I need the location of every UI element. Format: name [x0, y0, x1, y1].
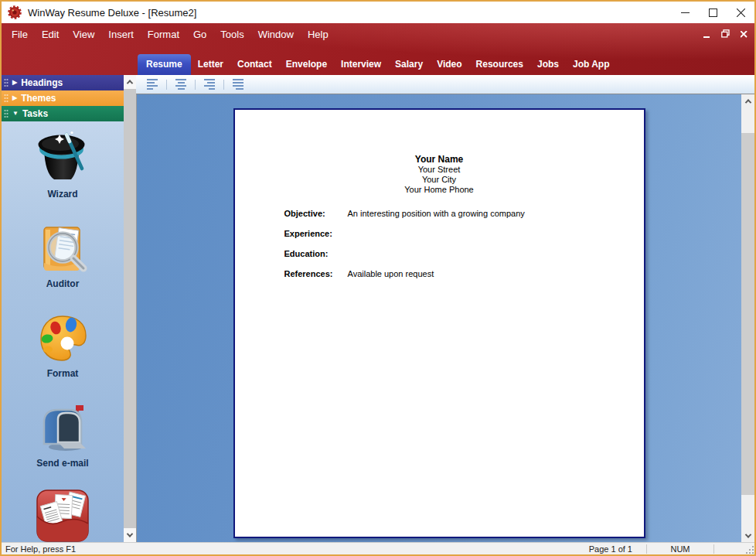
chevron-up-icon	[744, 99, 751, 105]
sidebar: ▶ Headings ▶ Themes ▼ Tasks	[2, 75, 124, 542]
resume-row-objective: Objective: An interesting position with …	[284, 209, 644, 219]
row-label: Experience:	[284, 229, 348, 239]
tasks-panel: Wizard Auditor	[2, 121, 124, 542]
doc-name-line: Your Name	[235, 155, 644, 165]
close-button[interactable]	[727, 2, 754, 23]
resume-row-experience: Experience:	[284, 229, 644, 239]
scrollbar-thumb[interactable]	[741, 133, 754, 495]
address-block: Your Name Your Street Your City Your Hom…	[235, 110, 644, 195]
menu-help[interactable]: Help	[301, 25, 335, 44]
app-window: WinWay Resume Deluxe - [Resume2] File Ed…	[0, 0, 756, 556]
maximize-button[interactable]	[699, 2, 727, 23]
task-auditor[interactable]: Auditor	[35, 220, 90, 289]
resume-row-references: References: Available upon request	[284, 269, 644, 279]
examples-documents-icon	[35, 489, 90, 542]
tab-envelope[interactable]: Envelope	[279, 54, 334, 75]
menu-edit[interactable]: Edit	[35, 25, 66, 44]
row-value: An interesting position with a growing c…	[348, 209, 525, 219]
window-title: WinWay Resume Deluxe - [Resume2]	[28, 7, 671, 19]
row-label: Objective:	[284, 209, 348, 219]
status-separator	[713, 544, 714, 554]
task-wizard[interactable]: Wizard	[35, 130, 90, 200]
toolbar-separator	[166, 80, 167, 90]
mailbox-icon	[35, 399, 90, 456]
mdi-restore-button[interactable]	[720, 29, 730, 38]
toolbar-separator	[195, 80, 196, 90]
scroll-up-button[interactable]	[124, 75, 136, 89]
format-palette-icon	[35, 309, 90, 367]
scrollbar-track[interactable]	[741, 107, 754, 529]
menu-file[interactable]: File	[5, 25, 35, 44]
drag-grip-icon	[4, 109, 9, 119]
section-label: Themes	[21, 93, 56, 104]
document-scrollbar	[741, 94, 754, 542]
resize-grip[interactable]	[744, 544, 754, 554]
sidebar-section-headings[interactable]: ▶ Headings	[2, 75, 124, 90]
auditor-folder-magnifier-icon	[35, 220, 90, 277]
document-viewport[interactable]: Your Name Your Street Your City Your Hom…	[136, 94, 741, 542]
align-justify-button[interactable]	[230, 77, 247, 92]
scroll-down-button[interactable]	[124, 528, 136, 542]
menu-insert[interactable]: Insert	[101, 25, 141, 44]
mdi-restore-icon	[721, 29, 730, 38]
doc-phone-line: Your Home Phone	[235, 185, 644, 195]
title-bar: WinWay Resume Deluxe - [Resume2]	[2, 2, 754, 23]
sidebar-section-tasks[interactable]: ▼ Tasks	[2, 106, 124, 121]
row-label: References:	[284, 269, 348, 279]
chevron-down-icon	[744, 531, 751, 537]
close-icon	[737, 9, 745, 17]
row-value: Available upon request	[348, 269, 434, 279]
minimize-icon	[681, 9, 690, 17]
resume-page[interactable]: Your Name Your Street Your City Your Hom…	[233, 108, 645, 538]
tab-jobs[interactable]: Jobs	[530, 54, 566, 75]
drag-grip-icon	[4, 78, 9, 88]
task-send-email[interactable]: Send e-mail	[35, 399, 90, 469]
menu-tab-band: File Edit View Insert Format Go Tools Wi…	[2, 23, 754, 75]
tab-resume[interactable]: Resume	[138, 54, 191, 75]
tab-salary[interactable]: Salary	[388, 54, 430, 75]
task-label: Auditor	[46, 278, 80, 289]
minimize-button[interactable]	[671, 2, 699, 23]
tab-video[interactable]: Video	[430, 54, 468, 75]
chevron-right-icon: ▶	[12, 80, 17, 86]
tab-interview[interactable]: Interview	[334, 54, 388, 75]
mdi-close-icon	[741, 31, 747, 38]
menu-window[interactable]: Window	[251, 25, 301, 44]
tab-contact[interactable]: Contact	[230, 54, 279, 75]
sidebar-section-themes[interactable]: ▶ Themes	[2, 90, 124, 106]
align-left-button[interactable]	[144, 77, 161, 92]
mdi-close-button[interactable]	[739, 29, 748, 38]
scrollbar-track[interactable]	[124, 89, 136, 528]
mdi-window-controls	[702, 29, 748, 38]
task-examples[interactable]	[35, 489, 90, 542]
mdi-minimize-button[interactable]	[702, 29, 711, 38]
task-format[interactable]: Format	[35, 309, 90, 379]
align-center-button[interactable]	[172, 77, 189, 92]
tab-resources[interactable]: Resources	[469, 54, 530, 75]
tab-letter[interactable]: Letter	[191, 54, 230, 75]
section-label: Tasks	[22, 108, 48, 119]
scrollbar-thumb[interactable]	[124, 89, 136, 528]
document-panel: Your Name Your Street Your City Your Hom…	[136, 75, 754, 542]
align-right-button[interactable]	[201, 77, 218, 92]
toolbar-separator	[223, 80, 224, 90]
scroll-down-button[interactable]	[741, 529, 754, 542]
status-help-text: For Help, press F1	[2, 544, 538, 554]
maximize-icon	[709, 9, 717, 17]
section-label: Headings	[21, 77, 63, 88]
doc-city-line: Your City	[235, 175, 644, 185]
chevron-right-icon: ▶	[12, 95, 17, 101]
alignment-toolbar	[136, 75, 754, 94]
chevron-down-icon	[127, 530, 133, 537]
menu-tools[interactable]: Tools	[213, 25, 250, 44]
menu-go[interactable]: Go	[186, 25, 213, 44]
drag-grip-icon	[4, 94, 9, 104]
sidebar-scrollbar	[124, 75, 136, 542]
menu-view[interactable]: View	[66, 25, 101, 44]
tab-job-app[interactable]: Job App	[566, 54, 617, 75]
scroll-up-button[interactable]	[741, 94, 754, 107]
menu-format[interactable]: Format	[141, 25, 186, 44]
status-page-indicator: Page 1 of 1	[538, 544, 646, 554]
task-label: Send e-mail	[36, 458, 88, 469]
chevron-up-icon	[127, 80, 133, 86]
